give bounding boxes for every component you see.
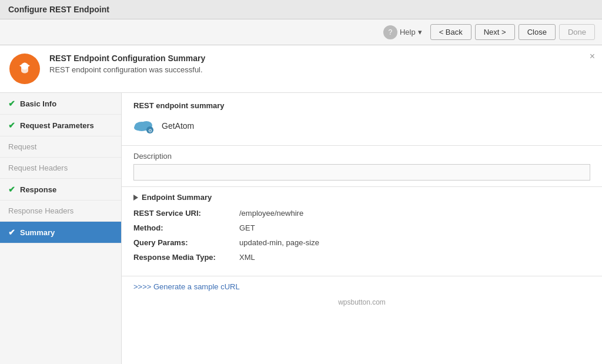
back-button[interactable]: < Back <box>430 24 471 40</box>
help-icon: ? <box>383 25 397 39</box>
collapse-icon <box>133 195 138 201</box>
help-chevron-icon: ▾ <box>418 28 422 36</box>
toolbar: ? Help ▾ < Back Next > Close Done <box>0 19 602 45</box>
watermark: wpsbutton.com <box>122 297 602 310</box>
help-button[interactable]: ? Help ▾ <box>383 25 422 39</box>
svg-text:⚙: ⚙ <box>148 128 152 133</box>
sidebar-item-label: Summary <box>20 228 55 237</box>
check-icon: ✔ <box>8 228 15 237</box>
sidebar-item-label: Basic Info <box>20 99 56 108</box>
cloud-icon: ⚙ <box>133 117 156 135</box>
rest-summary-title: REST endpoint summary <box>133 101 590 110</box>
check-icon: ✔ <box>8 121 15 130</box>
field-row: Method:GET <box>133 223 590 232</box>
sidebar-item-basic-info[interactable]: ✔Basic Info <box>0 93 121 115</box>
rest-summary-section: REST endpoint summary ⚙ GetAtom <box>122 93 602 146</box>
curl-link[interactable]: >>>> Generate a sample cURL <box>133 282 240 291</box>
endpoint-summary-title: Endpoint Summary <box>142 193 212 202</box>
endpoint-name-row: ⚙ GetAtom <box>133 117 590 135</box>
check-icon: ✔ <box>8 99 15 108</box>
sidebar-item-label: Response Headers <box>8 206 73 215</box>
notif-text: REST Endpoint Configuration Summary REST… <box>49 54 205 74</box>
curl-link-section: >>>> Generate a sample cURL <box>122 276 602 297</box>
close-button[interactable]: Close <box>519 24 556 40</box>
notification-banner: REST Endpoint Configuration Summary REST… <box>0 45 602 93</box>
fields-container: REST Service URI:/employee/newhireMethod… <box>133 209 590 262</box>
sidebar-item-request-parameters[interactable]: ✔Request Parameters <box>0 115 121 136</box>
sidebar-item-request-headers[interactable]: Request Headers <box>0 158 121 179</box>
check-icon: ✔ <box>8 185 15 194</box>
endpoint-summary-header[interactable]: Endpoint Summary <box>133 193 590 202</box>
notif-title: REST Endpoint Configuration Summary <box>49 54 205 63</box>
next-button[interactable]: Next > <box>475 24 515 40</box>
main-layout: ✔Basic Info✔Request ParametersRequestReq… <box>0 93 602 364</box>
field-label: Query Params: <box>133 238 239 247</box>
graduation-icon <box>16 60 34 78</box>
notif-message: REST endpoint configuration was successf… <box>49 65 205 74</box>
sidebar-item-label: Request Parameters <box>20 121 94 130</box>
field-value: updated-min, page-size <box>239 238 319 247</box>
field-label: Method: <box>133 223 239 232</box>
sidebar-item-label: Response <box>20 185 56 194</box>
endpoint-summary-section: Endpoint Summary REST Service URI:/emplo… <box>122 187 602 276</box>
help-label: Help <box>400 28 416 36</box>
field-label: Response Media Type: <box>133 253 239 262</box>
content-area: REST endpoint summary ⚙ GetAtom Descript… <box>122 93 602 364</box>
window-title: Configure REST Endpoint <box>8 5 109 14</box>
field-label: REST Service URI: <box>133 209 239 218</box>
field-value: /employee/newhire <box>239 209 303 218</box>
description-label: Description <box>133 152 590 161</box>
sidebar-item-summary[interactable]: ✔Summary <box>0 222 121 243</box>
done-button[interactable]: Done <box>559 24 595 40</box>
notif-icon <box>9 54 40 84</box>
sidebar: ✔Basic Info✔Request ParametersRequestReq… <box>0 93 122 364</box>
notif-close-button[interactable]: × <box>590 51 595 62</box>
sidebar-item-label: Request Headers <box>8 163 68 172</box>
description-section: Description <box>122 146 602 187</box>
title-bar: Configure REST Endpoint <box>0 0 602 19</box>
sidebar-item-label: Request <box>8 142 36 151</box>
field-value: GET <box>239 223 255 232</box>
field-row: Query Params:updated-min, page-size <box>133 238 590 247</box>
field-value: XML <box>239 253 255 262</box>
field-row: REST Service URI:/employee/newhire <box>133 209 590 218</box>
description-input[interactable] <box>133 164 590 181</box>
field-row: Response Media Type:XML <box>133 253 590 262</box>
sidebar-item-response-headers[interactable]: Response Headers <box>0 201 121 222</box>
endpoint-name: GetAtom <box>162 121 194 131</box>
sidebar-item-request[interactable]: Request <box>0 136 121 158</box>
sidebar-item-response[interactable]: ✔Response <box>0 179 121 201</box>
